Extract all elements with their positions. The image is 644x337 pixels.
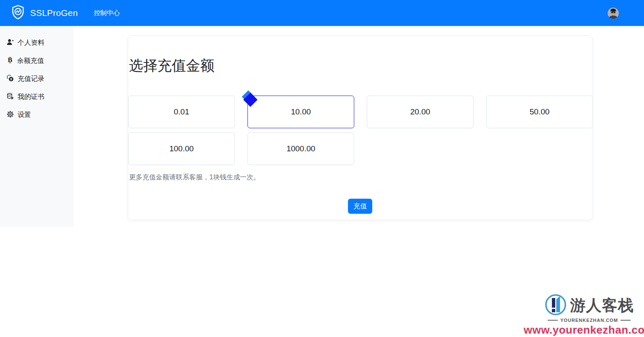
person-add-icon (7, 39, 14, 47)
gear-icon (7, 111, 14, 119)
top-navbar: SSLProGen 控制中心 (0, 0, 644, 26)
shield-logo-icon (10, 4, 26, 22)
sidebar-item-recharge[interactable]: B 余额充值 (0, 53, 74, 69)
watermark-subtitle: YOURENKEZHAN.COM (534, 318, 644, 323)
sidebar-item-label: 个人资料 (18, 39, 44, 47)
brand-name: SSLProGen (30, 8, 78, 18)
amount-option-100.00[interactable]: 100.00 (128, 132, 235, 165)
nav-control-center[interactable]: 控制中心 (94, 9, 120, 18)
amount-option-20.00[interactable]: 20.00 (367, 96, 474, 128)
amount-option-0.01[interactable]: 0.01 (128, 96, 235, 128)
amount-option-1000.00[interactable]: 1000.00 (247, 132, 354, 165)
bitcoin-icon: B (7, 57, 13, 65)
sidebar: 个人资料 B 余额充值 $ 充值记录 (0, 26, 74, 227)
sidebar-item-label: 充值记录 (18, 75, 44, 83)
amount-label: 20.00 (410, 107, 430, 117)
sidebar-item-profile[interactable]: 个人资料 (0, 35, 74, 51)
cash-coin-icon: $ (7, 75, 14, 83)
recharge-card: 选择充值金额 0.01 10.00 20.00 50.00 100.00 100… (128, 36, 592, 220)
amount-grid: 0.01 10.00 20.00 50.00 100.00 1000.00 (128, 96, 593, 165)
svg-text:B: B (8, 57, 12, 63)
sidebar-item-records[interactable]: $ 充值记录 (0, 71, 74, 87)
certificates-icon (7, 93, 14, 101)
amount-option-10.00-selected[interactable]: 10.00 (247, 96, 354, 128)
sidebar-item-certificates[interactable]: 我的证书 (0, 89, 74, 105)
watermark-top: 游人客栈 (534, 294, 644, 317)
user-avatar[interactable] (608, 8, 619, 19)
amount-label: 50.00 (530, 107, 550, 117)
amount-label: 10.00 (291, 107, 311, 117)
site-logo-icon (545, 294, 567, 317)
right-divider-line (621, 320, 631, 321)
sidebar-item-label: 余额充值 (17, 57, 44, 65)
site-name: 游人客栈 (570, 295, 634, 316)
brand-link[interactable]: SSLProGen (10, 4, 78, 22)
page-title: 选择充值金额 (129, 56, 214, 75)
sidebar-item-label: 我的证书 (18, 93, 44, 101)
recharge-button[interactable]: 充值 (348, 199, 372, 214)
site-url: www.yourenkezhan.com (524, 324, 644, 337)
left-divider-line (548, 320, 558, 321)
amount-label: 1000.00 (286, 144, 315, 153)
amount-label: 100.00 (169, 144, 193, 153)
sidebar-item-settings[interactable]: 设置 (0, 107, 74, 123)
sidebar-item-label: 设置 (18, 111, 31, 119)
site-domain: YOURENKEZHAN.COM (560, 318, 618, 323)
watermark: 游人客栈 YOURENKEZHAN.COM www.yourenkezhan.c… (534, 294, 644, 337)
amount-label: 0.01 (174, 107, 189, 117)
recharge-note: 更多充值金额请联系客服，1块钱生成一次。 (129, 173, 260, 182)
amount-option-50.00[interactable]: 50.00 (486, 96, 593, 128)
